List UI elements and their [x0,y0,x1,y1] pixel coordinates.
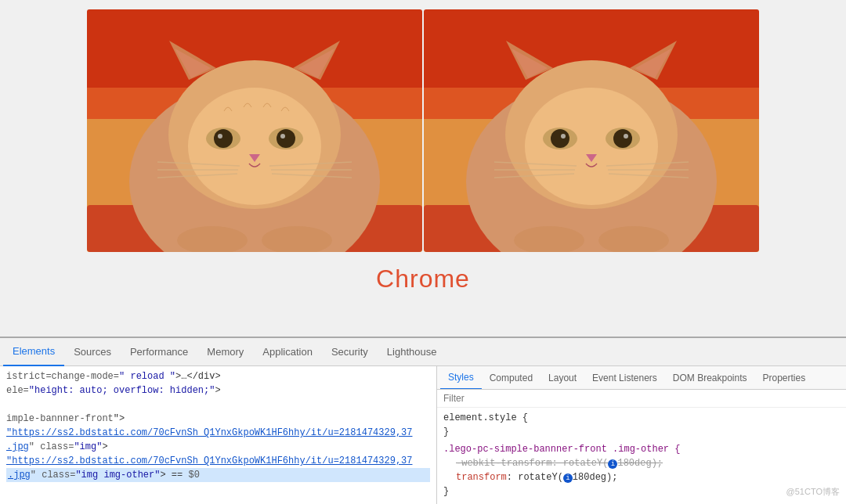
svg-point-32 [525,88,658,205]
tab-sources[interactable]: Sources [64,338,121,366]
html-line-2: ele="height: auto; overflow: hidden;"> [6,383,430,398]
html-line-7: .jpg" class="img img-other"> == $0 [6,468,430,482]
tab-lighthouse[interactable]: Lighthouse [378,338,446,366]
html-line-6: "https://ss2.bdstatic.com/70cFvnSh_Q1Ynx… [6,454,430,468]
svg-point-16 [280,134,285,139]
cat-images-container: Chrome [87,9,759,293]
tab-elements[interactable]: Elements [3,338,64,366]
html-line-blank [6,398,430,412]
subtab-dom-breakpoints[interactable]: DOM Breakpoints [665,366,755,390]
tab-security[interactable]: Security [322,338,378,366]
cat-images-row [87,9,759,252]
devtools-content: istrict=change-mode=" reload ">…</div> e… [0,366,846,504]
styles-filter-bar [437,390,846,408]
browser-viewport: Chrome [0,0,846,337]
subtab-computed[interactable]: Computed [482,366,540,390]
svg-point-41 [624,134,628,139]
watermark: @51CTO博客 [786,486,840,498]
html-line-4: "https://ss2.bdstatic.com/70cFvnSh_Q1Ynx… [6,426,430,440]
css-selector-element: element.style { [443,411,840,425]
css-rule-element-style: element.style { } [443,411,840,439]
css-close-2: } [443,484,840,499]
cat-image-left [87,9,422,252]
subtab-styles[interactable]: Styles [440,366,482,390]
elements-panel: istrict=change-mode=" reload ">…</div> e… [0,366,437,504]
styles-panel: Styles Computed Layout Event Listeners D… [437,366,846,504]
tab-memory[interactable]: Memory [197,338,253,366]
cat-image-right [424,9,759,252]
svg-point-39 [613,129,632,148]
devtools-tab-bar: Elements Sources Performance Memory Appl… [0,338,846,366]
chrome-title: Chrome [376,265,470,293]
svg-point-42 [561,134,566,139]
tab-performance[interactable]: Performance [121,338,197,366]
svg-point-13 [214,129,233,148]
subtab-layout[interactable]: Layout [540,366,584,390]
main-page: Chrome Elements Sources Performance Memo… [0,0,846,504]
css-close-1: } [443,425,840,439]
svg-point-6 [188,88,321,205]
css-rule-lego: .lego-pc-simple-bannner-front .img-other… [443,442,840,499]
css-property-webkit: -webkit-transform: rotateY(i180deg); [443,456,840,470]
html-line-3: imple-bannner-front"> [6,412,430,426]
subtab-properties[interactable]: Properties [755,366,814,390]
devtools-panel: Elements Sources Performance Memory Appl… [0,337,846,504]
html-line-1: istrict=change-mode=" reload ">…</div> [6,369,430,383]
svg-point-14 [277,129,295,148]
svg-point-40 [551,129,569,148]
subtab-event-listeners[interactable]: Event Listeners [584,366,665,390]
svg-point-15 [218,134,222,139]
css-property-transform: transform: rotateY(i180deg); [443,470,840,484]
css-selector-lego: .lego-pc-simple-bannner-front .img-other… [443,442,840,456]
styles-filter-input[interactable] [443,393,840,404]
css-rules-content: element.style { } .lego-pc-simple-bannne… [437,408,846,504]
html-line-5: .jpg" class="img"> [6,440,430,454]
styles-sub-tabs: Styles Computed Layout Event Listeners D… [437,366,846,390]
tab-application[interactable]: Application [253,338,322,366]
